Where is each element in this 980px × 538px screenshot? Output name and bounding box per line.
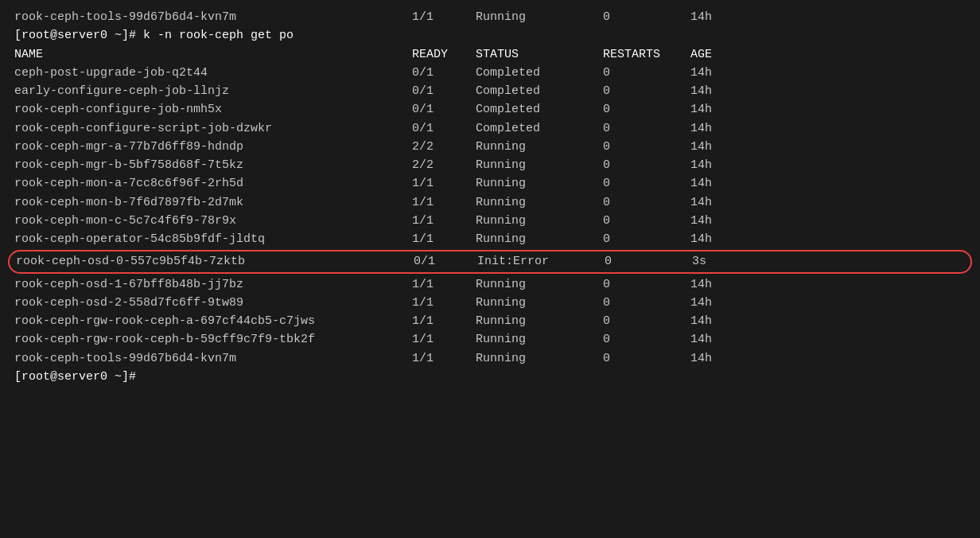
- pod-age: 14h: [690, 349, 754, 368]
- pod-name: rook-ceph-mgr-b-5bf758d68f-7t5kz: [14, 156, 412, 174]
- pod-restarts: 0: [603, 64, 690, 82]
- pod-restarts: 0: [603, 82, 690, 100]
- pod-row: rook-ceph-rgw-rook-ceph-b-59cff9c7f9-tbk…: [14, 330, 966, 349]
- pod-ready: 1/1: [412, 312, 476, 330]
- pod-ready: 0/1: [412, 82, 476, 100]
- pod-ready: 1/1: [412, 330, 476, 349]
- pod-ready: 1/1: [412, 174, 476, 193]
- table-header: NAME READY STATUS RESTARTS AGE: [14, 45, 966, 64]
- pod-row: rook-ceph-configure-script-job-dzwkr0/1C…: [14, 119, 966, 138]
- pod-age: 14h: [690, 230, 754, 248]
- pod-row: rook-ceph-osd-2-558d7fc6ff-9tw891/1Runni…: [14, 294, 966, 312]
- pod-row: rook-ceph-osd-1-67bff8b48b-jj7bz1/1Runni…: [14, 275, 966, 294]
- pod-restarts: 0: [603, 119, 690, 138]
- pod-name: rook-ceph-configure-script-job-dzwkr: [14, 119, 412, 138]
- pod-name: ceph-post-upgrade-job-q2t44: [14, 64, 412, 82]
- pod-row: rook-ceph-tools-99d67b6d4-kvn7m1/1Runnin…: [14, 349, 966, 368]
- pod-restarts: 0: [603, 193, 690, 212]
- pod-restarts: 0: [603, 174, 690, 193]
- prompt-text-1: [root@server0 ~]# k -n rook-ceph get po: [14, 26, 294, 45]
- pod-status: Running: [476, 294, 603, 312]
- prompt-line-1: [root@server0 ~]# k -n rook-ceph get po: [14, 26, 966, 45]
- prompt-text-2: [root@server0 ~]#: [14, 368, 136, 386]
- pod-ready: 0/1: [412, 100, 476, 119]
- highlighted-pod-row: rook-ceph-osd-0-557c9b5f4b-7zktb0/1Init:…: [14, 250, 966, 273]
- pod-row: rook-ceph-operator-54c85b9fdf-jldtq1/1Ru…: [14, 230, 966, 248]
- pod-status: Completed: [476, 100, 603, 119]
- pod-age: 14h: [690, 64, 754, 82]
- pod-age: 14h: [690, 330, 754, 349]
- pod-name: rook-ceph-osd-1-67bff8b48b-jj7bz: [14, 275, 412, 294]
- pod-age: 14h: [690, 156, 754, 174]
- pod-status: Running: [476, 349, 603, 368]
- pod-status: Completed: [476, 64, 603, 82]
- pod-age: 14h: [690, 119, 754, 138]
- pod-restarts: 0: [603, 138, 690, 156]
- header-age: AGE: [690, 45, 754, 64]
- pod-name: rook-ceph-mon-b-7f6d7897fb-2d7mk: [14, 193, 412, 212]
- pod-ready: 1/1: [412, 230, 476, 248]
- header-restarts: RESTARTS: [603, 45, 690, 64]
- pod-row: rook-ceph-mgr-a-77b7d6ff89-hdndp2/2Runni…: [14, 138, 966, 156]
- pod-ready: 1/1: [412, 275, 476, 294]
- pod-ready: 2/2: [412, 156, 476, 174]
- pod-age: 14h: [690, 138, 754, 156]
- pod-status: Running: [476, 156, 603, 174]
- pod-name: rook-ceph-rgw-rook-ceph-b-59cff9c7f9-tbk…: [14, 330, 412, 349]
- pod-ready: 0/1: [412, 119, 476, 138]
- pod-name: rook-ceph-configure-job-nmh5x: [14, 100, 412, 119]
- pod-age: 14h: [690, 193, 754, 212]
- pod-restarts: 0: [605, 252, 692, 271]
- pod-status: Running: [476, 330, 603, 349]
- top-row-restarts: 0: [603, 8, 690, 26]
- top-row-age: 14h: [690, 8, 754, 26]
- pod-restarts: 0: [603, 312, 690, 330]
- pod-age: 14h: [690, 312, 754, 330]
- pod-status: Init:Error: [477, 252, 605, 271]
- pod-age: 14h: [690, 82, 754, 100]
- pod-name: rook-ceph-tools-99d67b6d4-kvn7m: [14, 349, 412, 368]
- terminal: rook-ceph-tools-99d67b6d4-kvn7m 1/1 Runn…: [0, 0, 980, 394]
- pod-age: 14h: [690, 275, 754, 294]
- pod-name: rook-ceph-osd-0-557c9b5f4b-7zktb: [16, 252, 414, 271]
- top-row-name: rook-ceph-tools-99d67b6d4-kvn7m: [14, 8, 412, 26]
- pod-restarts: 0: [603, 330, 690, 349]
- pod-row: rook-ceph-mon-c-5c7c4f6f9-78r9x1/1Runnin…: [14, 212, 966, 230]
- pod-name: rook-ceph-mon-c-5c7c4f6f9-78r9x: [14, 212, 412, 230]
- pod-name: early-configure-ceph-job-llnjz: [14, 82, 412, 100]
- pod-status: Completed: [476, 82, 603, 100]
- pod-ready: 1/1: [412, 193, 476, 212]
- pod-restarts: 0: [603, 212, 690, 230]
- pod-row: rook-ceph-mon-b-7f6d7897fb-2d7mk1/1Runni…: [14, 193, 966, 212]
- pod-row: rook-ceph-mon-a-7cc8c6f96f-2rh5d1/1Runni…: [14, 174, 966, 193]
- top-row-status: Running: [476, 8, 603, 26]
- pod-restarts: 0: [603, 349, 690, 368]
- pod-restarts: 0: [603, 275, 690, 294]
- pod-status: Running: [476, 230, 603, 248]
- pod-ready: 1/1: [412, 212, 476, 230]
- top-partial-row: rook-ceph-tools-99d67b6d4-kvn7m 1/1 Runn…: [14, 8, 966, 26]
- pod-ready: 1/1: [412, 349, 476, 368]
- pod-row: early-configure-ceph-job-llnjz0/1Complet…: [14, 82, 966, 100]
- pod-status: Running: [476, 193, 603, 212]
- pod-ready: 1/1: [412, 294, 476, 312]
- pod-ready: 0/1: [414, 252, 477, 271]
- pod-row: rook-ceph-mgr-b-5bf758d68f-7t5kz2/2Runni…: [14, 156, 966, 174]
- pod-name: rook-ceph-rgw-rook-ceph-a-697cf44cb5-c7j…: [14, 312, 412, 330]
- prompt-line-2: [root@server0 ~]#: [14, 368, 966, 386]
- pod-name: rook-ceph-mgr-a-77b7d6ff89-hdndp: [14, 138, 412, 156]
- pod-table-body: ceph-post-upgrade-job-q2t440/1Completed0…: [14, 64, 966, 368]
- pod-age: 14h: [690, 294, 754, 312]
- pod-row: rook-ceph-configure-job-nmh5x0/1Complete…: [14, 100, 966, 119]
- pod-name: rook-ceph-operator-54c85b9fdf-jldtq: [14, 230, 412, 248]
- pod-status: Running: [476, 138, 603, 156]
- pod-ready: 0/1: [412, 64, 476, 82]
- pod-status: Completed: [476, 119, 603, 138]
- pod-age: 3s: [692, 252, 756, 271]
- pod-restarts: 0: [603, 100, 690, 119]
- header-name: NAME: [14, 45, 412, 64]
- pod-row-highlighted: rook-ceph-osd-0-557c9b5f4b-7zktb0/1Init:…: [8, 250, 972, 273]
- pod-status: Running: [476, 174, 603, 193]
- pod-restarts: 0: [603, 294, 690, 312]
- pod-name: rook-ceph-mon-a-7cc8c6f96f-2rh5d: [14, 174, 412, 193]
